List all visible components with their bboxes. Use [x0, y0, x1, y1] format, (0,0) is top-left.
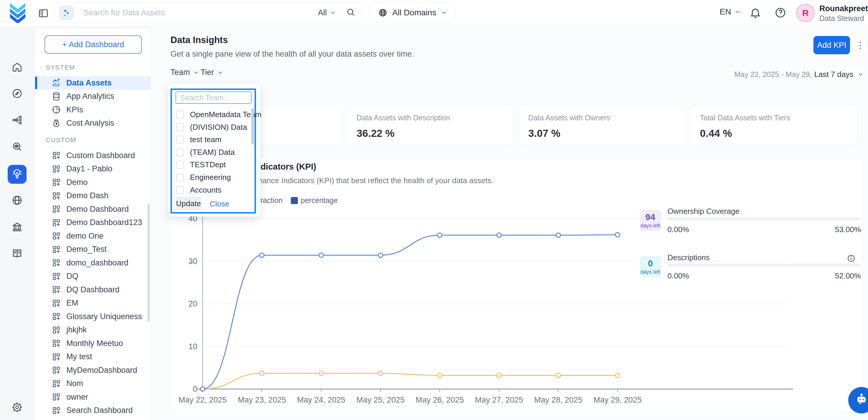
days-left-badge: 94days left	[640, 210, 661, 231]
team-filter-dropdown[interactable]: Team	[170, 68, 199, 77]
sidebar-item-label: Demo Dash	[66, 191, 108, 200]
sidebar-item-demo-dashboard[interactable]: Demo Dashboard	[35, 202, 151, 216]
sidebar-item-app-analytics[interactable]: App Analytics	[35, 90, 151, 103]
team-option--team-data[interactable]: (TEAM) Data	[172, 146, 251, 159]
checkbox[interactable]	[176, 111, 184, 119]
team-option-test-team[interactable]: test team	[172, 133, 251, 146]
rail-item-lineage[interactable]	[8, 111, 27, 130]
sidebar-item-demo-dash[interactable]: Demo Dash	[35, 189, 151, 203]
popup-scrollbar[interactable]	[251, 108, 254, 145]
help-icon[interactable]	[774, 6, 786, 20]
sidebar-item-domo-dashboard[interactable]: domo_dashboard	[35, 256, 151, 270]
global-search-bar[interactable]: Search for Data Assets All	[55, 3, 362, 23]
legend-item-percentage[interactable]: percentage	[291, 196, 338, 205]
sidebar-collapse-icon[interactable]	[38, 8, 49, 19]
time-range-value: Last 7 days	[814, 70, 854, 79]
team-option-label: (TEAM) Data	[190, 148, 235, 157]
chevron-down-icon	[193, 69, 199, 76]
sidebar-item-jhkjhk[interactable]: jhkjhk	[35, 323, 151, 337]
divider	[341, 7, 341, 18]
checkbox[interactable]	[176, 186, 184, 194]
update-button[interactable]: Update	[176, 197, 202, 210]
gridplus-icon	[52, 392, 61, 402]
rail-item-insights[interactable]	[8, 165, 27, 184]
team-option-label: test team	[190, 135, 221, 144]
info-icon[interactable]	[847, 254, 856, 264]
team-option-label: Engineering	[190, 173, 231, 182]
sidebar-item-day1-pablo[interactable]: Day1 - Pablo	[35, 162, 151, 176]
kebab-menu-icon[interactable]: ⋮	[854, 36, 867, 54]
checkbox[interactable]	[176, 161, 184, 169]
team-option-accounts[interactable]: Accounts	[172, 184, 251, 197]
sidebar-item-label: demo One	[66, 232, 103, 241]
add-dashboard-button[interactable]: + Add Dashboard	[44, 35, 142, 54]
sidebar-item-mydemodashboard[interactable]: MyDemoDashboard	[35, 363, 151, 377]
user-role: Data Steward	[819, 14, 864, 23]
add-kpi-button[interactable]: Add KPI	[813, 36, 850, 54]
globe-icon	[378, 8, 388, 18]
sidebar-item-glossary-uniqueness[interactable]: Glossary Uniqueness	[35, 310, 151, 323]
sidebar-item-label: jhkjhk	[66, 325, 87, 334]
search-icon[interactable]	[346, 7, 355, 18]
team-option-label: OpenMetadata Team	[190, 110, 261, 119]
team-option-testdept[interactable]: TESTDept	[172, 158, 251, 171]
app-logo-icon[interactable]	[8, 3, 27, 23]
avatar-initial: R	[802, 8, 809, 18]
sidebar-section-label: SYSTEM	[46, 64, 75, 71]
language-dropdown[interactable]: EN	[720, 7, 741, 17]
sidebar-item-demo-test[interactable]: Demo_Test	[35, 243, 151, 256]
sidebar-item-owner[interactable]: owner	[35, 390, 151, 404]
svg-text:20: 20	[188, 299, 197, 308]
sidebar-item-dq-dashboard[interactable]: DQ Dashboard	[35, 283, 151, 296]
sidebar-item-monthly-meetuo[interactable]: Monthly Meetuo	[35, 336, 151, 350]
team-option--division-data[interactable]: (DIVISION) Data	[172, 121, 251, 133]
chevron-down-icon	[857, 71, 864, 78]
sidebar-item-custom-dashboard[interactable]: Custom Dashboard	[35, 149, 151, 162]
search-scope-dropdown[interactable]: All	[318, 8, 336, 18]
team-option-label: (DIVISION) Data	[190, 123, 247, 132]
sidebar-item-data-assets[interactable]: Data Assets	[35, 76, 151, 90]
ai-sparkle-icon[interactable]	[59, 5, 74, 20]
sidebar-item-kpis[interactable]: KPIs	[35, 103, 151, 117]
time-range-dropdown[interactable]: Last 7 days	[813, 67, 865, 82]
sidebar-item-dq[interactable]: DQ	[35, 270, 151, 283]
search-input[interactable]: Search for Data Assets	[84, 8, 318, 18]
sidebar-item-label: EM	[66, 299, 79, 308]
checkbox[interactable]	[176, 123, 184, 131]
tier-filter-dropdown[interactable]: Tier	[200, 68, 223, 77]
sidebar-item-search-dashboard[interactable]: Search Dashboard	[35, 404, 151, 417]
rail-item-governance[interactable]	[8, 218, 27, 237]
sidebar-item-demo-dashboard123[interactable]: Demo Dashboard123	[35, 216, 151, 230]
svg-text:10: 10	[188, 342, 197, 351]
domains-value: All Domains	[392, 8, 436, 18]
team-option-engineering[interactable]: Engineering	[172, 171, 251, 184]
sidebar-scrollbar[interactable]	[148, 204, 150, 322]
sidebar-item-label: App Analytics	[66, 92, 114, 101]
rail-item-home[interactable]	[8, 58, 27, 77]
team-search-input[interactable]	[176, 91, 252, 104]
domains-dropdown[interactable]: All Domains	[370, 3, 455, 23]
sidebar-item-em[interactable]: EM	[35, 296, 151, 310]
sidebar-item-cost-analysis[interactable]: Cost Analysis	[35, 117, 151, 130]
checkbox[interactable]	[176, 173, 184, 181]
checkbox[interactable]	[176, 136, 184, 144]
notifications-bell-icon[interactable]	[749, 6, 762, 20]
sidebar-item-demo[interactable]: Demo	[35, 176, 151, 189]
sidebar-item-my-test[interactable]: My test	[35, 350, 151, 364]
close-link[interactable]: Close	[210, 200, 229, 209]
sidebar-item-demo-one[interactable]: demo One	[35, 229, 151, 243]
sidebar-item-nom[interactable]: Nom	[35, 377, 151, 390]
rail-item-settings[interactable]	[8, 398, 27, 417]
rail-item-explore[interactable]	[8, 85, 27, 103]
team-option-openmetadata-team[interactable]: OpenMetadata Team	[172, 108, 251, 121]
days-left-value: 94	[645, 212, 655, 222]
rail-item-observability[interactable]	[8, 138, 27, 157]
kpi-start-percent: 0.00%	[668, 271, 689, 280]
checkbox[interactable]	[176, 148, 184, 156]
sidebar-item-label: Demo Dashboard123	[66, 218, 142, 227]
user-avatar[interactable]: R	[796, 4, 815, 22]
rail-item-domains[interactable]	[8, 191, 27, 210]
rail-item-glossary[interactable]	[8, 244, 27, 263]
kpi-progress-bar	[668, 217, 861, 220]
team-option-label: TESTDept	[190, 160, 226, 169]
